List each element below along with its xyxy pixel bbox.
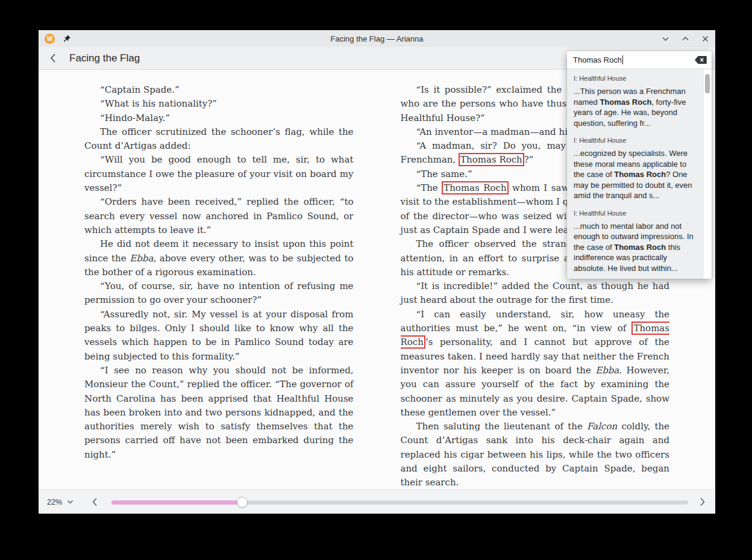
search-input[interactable]: Thomas Roch [567, 51, 712, 69]
app-icon: W [45, 34, 55, 44]
book-paragraph: “Orders have been received,” replied the… [84, 195, 354, 237]
window-title: Facing the Flag — Arianna [39, 34, 715, 43]
book-paragraph: He did not deem it necessary to insist u… [84, 237, 354, 279]
page-progress-slider[interactable] [111, 497, 688, 508]
titlebar: W Facing the Flag — Arianna [39, 30, 715, 47]
book-paragraph: “Hindo-Malay.” [84, 111, 354, 125]
slider-fill [111, 500, 242, 505]
maximize-button[interactable] [682, 35, 689, 43]
book-paragraph: “Assuredly not, sir. My vessel is at you… [84, 308, 354, 364]
search-match-highlight: Thomas Roch [401, 322, 670, 349]
close-button[interactable] [701, 35, 709, 43]
text-caret [622, 55, 623, 64]
zoom-dropdown[interactable]: 22% [47, 498, 74, 506]
back-button[interactable] [48, 53, 58, 63]
backspace-clear-icon[interactable] [695, 56, 707, 64]
result-chapter-label: I: Healthful House [574, 75, 696, 82]
book-paragraph: Then saluting the lieutenant of the Falc… [401, 420, 670, 490]
minimize-button[interactable] [662, 35, 669, 43]
chevron-down-icon [67, 499, 74, 505]
book-paragraph: “I can easily understand, sir, how uneas… [401, 308, 670, 420]
result-preview-text: ...much to mental labor and not enough t… [574, 221, 696, 274]
window-controls [662, 35, 709, 43]
search-result-item[interactable]: I: Healthful House [567, 278, 712, 279]
result-chapter-label: I: Healthful House [574, 137, 696, 144]
book-paragraph: “It is incredible!” added the Count, as … [401, 279, 670, 308]
book-paragraph: “You, of course, sir, have no intention … [84, 279, 354, 308]
book-title: Facing the Flag [69, 52, 140, 64]
search-popup: Thomas Roch I: Healthful House...This pe… [567, 51, 712, 279]
slider-handle[interactable] [237, 497, 248, 508]
pushpin-icon[interactable] [63, 34, 71, 43]
result-preview-text: ...This person was a Frenchman named Tho… [574, 86, 696, 128]
result-chapter-label: I: Healthful House [574, 210, 696, 217]
scrollbar-track[interactable] [704, 69, 712, 279]
search-result-item[interactable]: I: Healthful House...ecognized by specia… [567, 132, 712, 205]
book-paragraph: The officer scrutinized the schooner’s f… [84, 125, 354, 154]
result-preview-text: ...ecognized by specialists. Were these … [574, 148, 696, 201]
app-window: W Facing the Flag — Arianna Facing the F… [39, 30, 715, 514]
search-match-highlight: Thomas Roch [459, 153, 524, 166]
search-results-list: I: Healthful House...This person was a F… [567, 69, 712, 279]
zoom-level-label: 22% [47, 498, 62, 506]
book-paragraph: “Captain Spade.” [84, 83, 354, 97]
next-page-button[interactable] [698, 497, 707, 506]
footer-bar: 22% [39, 490, 715, 514]
book-column-left: “Captain Spade.”“What is his nationality… [84, 83, 354, 490]
scrollbar-thumb[interactable] [705, 74, 710, 93]
book-paragraph: “Will you be good enough to tell me, sir… [84, 153, 354, 195]
search-result-item[interactable]: I: Healthful House...much to mental labo… [567, 205, 712, 278]
search-query-text: Thomas Roch [573, 55, 622, 64]
search-result-item[interactable]: I: Healthful House...This person was a F… [567, 70, 712, 132]
search-match-highlight: Thomas Roch [442, 181, 508, 194]
book-paragraph: “What is his nationality?” [84, 97, 354, 111]
book-paragraph: “I see no reason why you should not be i… [84, 364, 354, 462]
previous-page-button[interactable] [90, 497, 99, 506]
